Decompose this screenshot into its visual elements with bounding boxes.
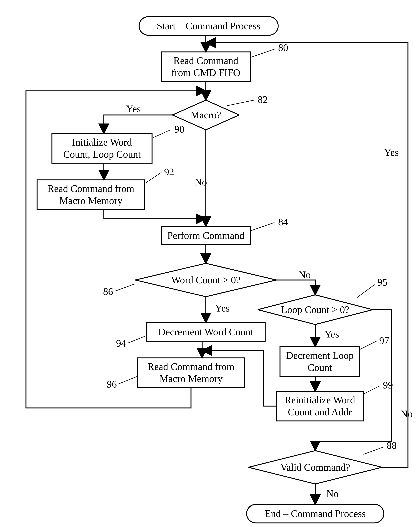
start-label: Start – Command Process: [157, 20, 260, 32]
ref-90: 90: [174, 124, 184, 135]
node-92-l2: Macro Memory: [59, 195, 122, 206]
node-97-l1: Decrement Loop: [286, 350, 354, 361]
node-96-l2: Macro Memory: [159, 373, 222, 384]
node-97-l2: Count: [308, 362, 332, 373]
ref-80: 80: [278, 42, 288, 53]
flowchart-canvas: Start – Command Process End – Command Pr…: [0, 0, 420, 527]
ref-82: 82: [258, 94, 268, 105]
node-90-l2: Count, Loop Count: [63, 149, 141, 160]
ref-97: 97: [379, 335, 389, 346]
node-84-label: Perform Command: [167, 230, 244, 241]
node-95-label: Loop Count > 0?: [281, 304, 349, 315]
edge-95-yes: Yes: [324, 329, 339, 340]
node-94-label: Decrement Word Count: [158, 326, 254, 338]
node-99-l2: Count and Addr: [288, 406, 352, 417]
ref-84: 84: [278, 216, 288, 228]
node-88-label: Valid Command?: [280, 462, 350, 473]
end-label: End – Command Process: [265, 508, 366, 519]
ref-99: 99: [383, 380, 393, 391]
edge-88-no: No: [326, 488, 339, 499]
edge-86-yes: Yes: [215, 303, 230, 314]
ref-86: 86: [103, 286, 113, 297]
ref-88: 88: [387, 440, 397, 451]
node-96-l1: Read Command from: [148, 361, 234, 372]
edge-95-no: No: [400, 408, 413, 419]
node-80-l1: Read Command: [173, 55, 238, 66]
node-90-l1: Initialize Word: [72, 137, 132, 148]
node-80-l2: from CMD FIFO: [171, 67, 240, 78]
edge-88-yes: Yes: [384, 147, 399, 158]
ref-94: 94: [116, 338, 126, 349]
node-86-label: Word Count > 0?: [171, 274, 241, 285]
node-92-l1: Read Command from: [47, 183, 134, 194]
edge-86-no: No: [298, 269, 311, 280]
node-82-label: Macro?: [191, 110, 221, 121]
ref-92: 92: [164, 166, 174, 177]
node-99-l1: Reinitialize Word: [285, 395, 355, 406]
edge-82-no: No: [195, 176, 207, 188]
ref-96: 96: [107, 379, 117, 390]
ref-95: 95: [377, 277, 387, 288]
edge-82-yes: Yes: [126, 103, 141, 114]
